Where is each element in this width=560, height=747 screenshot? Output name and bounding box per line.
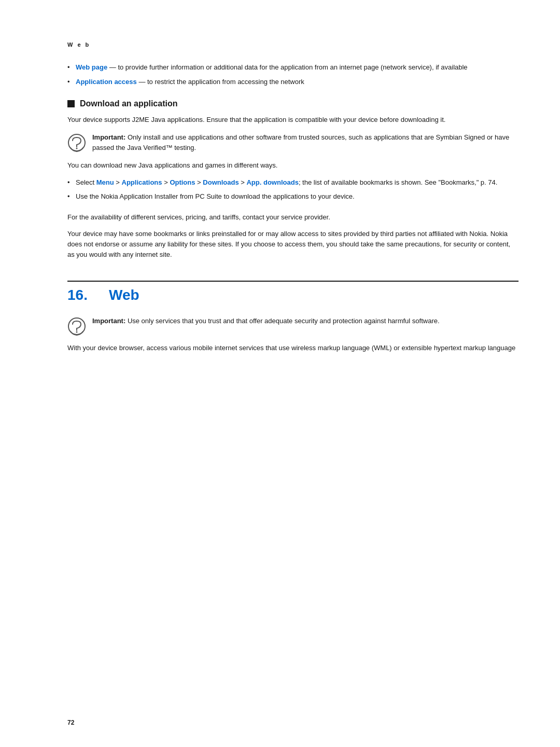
application-access-text: — to restrict the application from acces…: [137, 78, 304, 86]
heading-square-icon: [67, 100, 75, 107]
important-box-1: Important: Only install and use applicat…: [67, 132, 519, 153]
download-para1: Your device supports J2ME Java applicati…: [67, 115, 519, 125]
important-box-2: Important: Use only services that you tr…: [67, 316, 519, 336]
options-link[interactable]: Options: [170, 178, 195, 186]
arrow2: >: [162, 178, 170, 186]
chapter-divider: 16. Web: [67, 281, 519, 303]
arrow3: >: [195, 178, 203, 186]
download-section-heading: Download an application: [67, 99, 519, 108]
select-text: Select: [76, 178, 96, 186]
bookmarks-text: ; the list of available bookmarks is sho…: [299, 178, 498, 186]
important-icon-2: [67, 317, 86, 336]
page-number: 72: [67, 719, 74, 726]
download-para2: You can download new Java applications a…: [67, 160, 519, 171]
top-bullet-list: Web page — to provide further informatio…: [67, 62, 519, 87]
important-label-2: Important:: [92, 317, 125, 325]
list-item: Use the Nokia Application Installer from…: [67, 191, 519, 202]
section-label: W e b: [67, 42, 519, 48]
important-content-1: Only install and use applications and ot…: [92, 133, 509, 151]
applications-link[interactable]: Applications: [122, 178, 162, 186]
download-para3: For the availability of different servic…: [67, 212, 519, 223]
chapter-title-row: 16. Web: [67, 287, 519, 303]
important-label-1: Important:: [92, 133, 125, 141]
list-item: Application access — to restrict the app…: [67, 77, 519, 87]
web-page-link[interactable]: Web page: [76, 63, 107, 71]
arrow4: >: [239, 178, 247, 186]
svg-point-1: [76, 148, 78, 149]
download-heading-text: Download an application: [80, 99, 177, 108]
download-para4: Your device may have some bookmarks or l…: [67, 229, 519, 260]
menu-link[interactable]: Menu: [96, 178, 114, 186]
nokia-installer-text: Use the Nokia Application Installer from…: [76, 192, 355, 200]
web-page-text: — to provide further information or addi…: [107, 63, 467, 71]
important-icon-1: [67, 133, 86, 152]
downloads-link[interactable]: Downloads: [203, 178, 239, 186]
application-access-link[interactable]: Application access: [76, 78, 137, 86]
important-text-2: Important: Use only services that you tr…: [92, 316, 440, 326]
list-item: Select Menu > Applications > Options > D…: [67, 177, 519, 188]
important-text-1: Important: Only install and use applicat…: [92, 132, 519, 153]
chapter-number: 16.: [67, 287, 93, 303]
list-item: Web page — to provide further informatio…: [67, 62, 519, 73]
arrow1: >: [114, 178, 122, 186]
important-content-2: Use only services that you trust and tha…: [125, 317, 439, 325]
chapter16-para1: With your device browser, access various…: [67, 343, 519, 353]
download-bullet-list: Select Menu > Applications > Options > D…: [67, 177, 519, 202]
app-downloads-link[interactable]: App. downloads: [246, 178, 298, 186]
chapter-line: [67, 281, 519, 282]
svg-point-3: [76, 331, 78, 333]
chapter-name: Web: [109, 287, 139, 303]
page-container: W e b Web page — to provide further info…: [0, 0, 560, 747]
